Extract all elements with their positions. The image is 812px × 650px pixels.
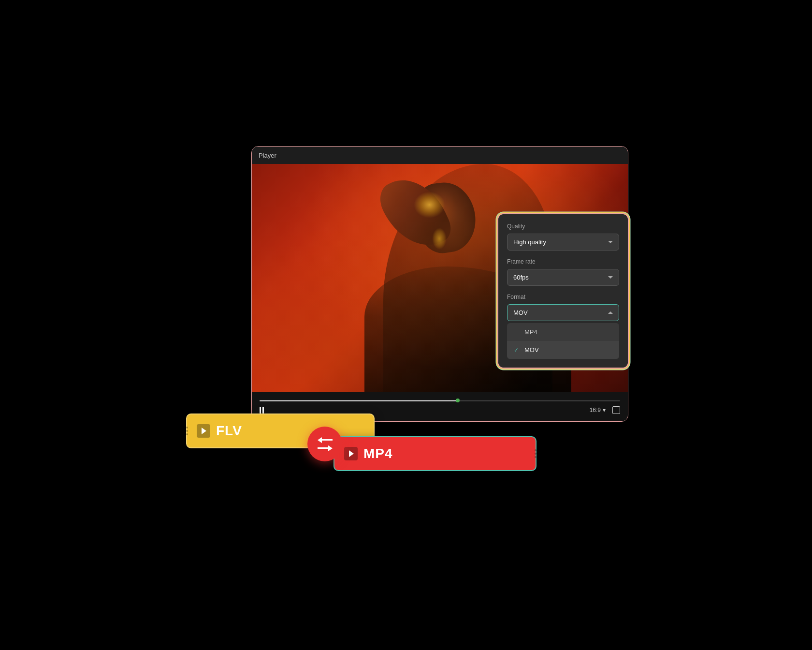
framerate-label: Frame rate (507, 258, 619, 265)
right-arrowhead (328, 445, 333, 451)
controls-left (260, 407, 264, 414)
aspect-ratio-value: 16:9 (590, 407, 601, 414)
scene: Player (188, 107, 624, 543)
progress-fill (260, 400, 458, 401)
format-label: Format (507, 294, 619, 300)
fullscreen-button[interactable] (612, 406, 620, 414)
format-value: MOV (513, 309, 528, 316)
mp4-grip (535, 449, 536, 458)
mp4-format-label: MP4 (363, 446, 393, 461)
format-chevron-icon (608, 311, 613, 314)
mp4-grip-dot-2 (535, 453, 536, 455)
flv-play-icon (197, 424, 210, 438)
format-option-mov[interactable]: ✓ MOV (507, 341, 619, 359)
mov-check: ✓ (514, 347, 521, 354)
mp4-grip-dot-1 (535, 449, 536, 451)
mov-option-label: MOV (524, 346, 539, 354)
aspect-ratio-arrow: ▾ (603, 407, 606, 414)
flv-format-label: FLV (216, 423, 242, 439)
arrow-left (318, 437, 333, 443)
format-dropdown: MP4 ✓ MOV (507, 323, 619, 359)
quality-group: Quality High quality (507, 223, 619, 251)
format-option-mp4[interactable]: MP4 (507, 323, 619, 341)
grip-dot-3 (186, 433, 188, 435)
mp4-check (514, 329, 521, 336)
framerate-value: 60fps (513, 274, 529, 281)
mp4-grip-dot-3 (535, 456, 536, 458)
left-line (322, 439, 333, 441)
pause-bar-2 (262, 407, 264, 414)
flv-triangle (202, 428, 206, 434)
progress-marker (456, 399, 460, 402)
flv-grip (186, 427, 188, 435)
pause-icon (260, 407, 264, 414)
mp4-option-label: MP4 (524, 328, 537, 336)
framerate-chevron-icon (608, 276, 613, 279)
framerate-select[interactable]: 60fps (507, 269, 619, 286)
convert-arrows-icon (318, 437, 333, 451)
player-titlebar: Player (252, 147, 628, 164)
format-select[interactable]: MOV (507, 304, 619, 321)
arrow-right (318, 445, 333, 451)
grip-dot-1 (186, 427, 188, 428)
grip-dot-2 (186, 430, 188, 432)
controls-row: 16:9 ▾ (260, 406, 620, 414)
quality-value: High quality (513, 238, 546, 246)
framerate-group: Frame rate 60fps (507, 258, 619, 286)
settings-panel: Quality High quality Frame rate 60fps Fo… (498, 214, 628, 368)
pause-bar-1 (260, 407, 261, 414)
mp4-play-icon (344, 447, 358, 460)
mp4-triangle (349, 450, 354, 457)
quality-select[interactable]: High quality (507, 234, 619, 251)
aspect-ratio-control[interactable]: 16:9 ▾ (590, 407, 606, 414)
quality-label: Quality (507, 223, 619, 230)
convert-button[interactable] (307, 427, 342, 461)
pause-button[interactable] (260, 407, 264, 414)
mp4-badge: MP4 (334, 436, 536, 471)
player-title: Player (259, 152, 276, 159)
left-arrowhead (318, 437, 322, 443)
progress-bar[interactable] (260, 400, 620, 401)
right-line (318, 447, 328, 449)
controls-right: 16:9 ▾ (590, 406, 620, 414)
quality-chevron-icon (608, 241, 613, 243)
format-group: Format MOV MP4 ✓ MOV (507, 294, 619, 359)
